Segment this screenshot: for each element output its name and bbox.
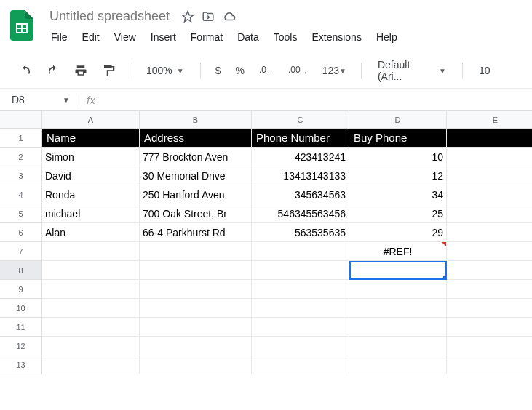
- menu-extensions[interactable]: Extensions: [306, 28, 367, 46]
- cell[interactable]: 563535635: [252, 223, 349, 242]
- row-header[interactable]: 6: [0, 223, 42, 242]
- row-header[interactable]: 8: [0, 261, 42, 280]
- star-icon[interactable]: [181, 10, 194, 23]
- menu-view[interactable]: View: [108, 28, 142, 46]
- cell[interactable]: 12: [349, 166, 447, 185]
- zoom-select[interactable]: 100%▼: [140, 65, 190, 76]
- cell[interactable]: [447, 204, 532, 223]
- row-header[interactable]: 5: [0, 204, 42, 223]
- cell[interactable]: [447, 337, 532, 355]
- sheets-logo[interactable]: [7, 6, 36, 45]
- cell[interactable]: [447, 299, 532, 318]
- paint-format-button[interactable]: [98, 61, 119, 80]
- print-button[interactable]: [70, 61, 92, 80]
- row-header[interactable]: 10: [0, 299, 42, 318]
- cell[interactable]: [447, 318, 532, 337]
- cell[interactable]: [252, 318, 349, 337]
- column-header[interactable]: D: [349, 111, 447, 129]
- row-header[interactable]: 3: [0, 166, 42, 185]
- cell[interactable]: [447, 148, 532, 166]
- fill-handle[interactable]: [443, 276, 447, 280]
- cell[interactable]: Name: [42, 129, 140, 148]
- move-folder-icon[interactable]: [202, 10, 215, 23]
- cell[interactable]: [349, 337, 447, 355]
- menu-help[interactable]: Help: [370, 28, 403, 46]
- cell[interactable]: Ronda: [42, 185, 140, 204]
- cell[interactable]: [42, 261, 140, 280]
- menu-data[interactable]: Data: [231, 28, 265, 46]
- cell[interactable]: 25: [349, 204, 447, 223]
- select-all-corner[interactable]: [0, 111, 42, 129]
- cell[interactable]: [42, 299, 140, 318]
- cell[interactable]: [140, 242, 252, 261]
- cell[interactable]: [349, 355, 447, 374]
- cell[interactable]: [349, 318, 447, 337]
- font-family-select[interactable]: Default (Ari...▼: [372, 59, 452, 82]
- cell[interactable]: [252, 242, 349, 261]
- row-header[interactable]: 2: [0, 148, 42, 166]
- cell[interactable]: [140, 280, 252, 299]
- cell[interactable]: [252, 299, 349, 318]
- row-header[interactable]: 12: [0, 337, 42, 355]
- cell[interactable]: [42, 242, 140, 261]
- cell[interactable]: [42, 280, 140, 299]
- cell[interactable]: [252, 280, 349, 299]
- cell[interactable]: 34: [349, 185, 447, 204]
- error-cell[interactable]: #REF!: [349, 242, 447, 261]
- menu-edit[interactable]: Edit: [76, 28, 106, 46]
- undo-button[interactable]: [15, 61, 36, 80]
- cell[interactable]: 13413143133: [252, 166, 349, 185]
- cell[interactable]: michael: [42, 204, 140, 223]
- cell[interactable]: 10: [349, 148, 447, 166]
- cell[interactable]: Address: [140, 129, 252, 148]
- cell[interactable]: [349, 299, 447, 318]
- cell[interactable]: [252, 355, 349, 374]
- cell[interactable]: [140, 299, 252, 318]
- cell[interactable]: [447, 223, 532, 242]
- cell[interactable]: [42, 355, 140, 374]
- row-header[interactable]: 1: [0, 129, 42, 148]
- cell[interactable]: 345634563: [252, 185, 349, 204]
- cell[interactable]: Buy Phone: [349, 129, 447, 148]
- menu-tools[interactable]: Tools: [268, 28, 303, 46]
- percent-button[interactable]: %: [231, 62, 249, 79]
- cell[interactable]: [42, 318, 140, 337]
- row-header[interactable]: 7: [0, 242, 42, 261]
- increase-decimal-button[interactable]: .00→: [284, 62, 312, 79]
- document-title[interactable]: Untitled spreadsheet: [45, 7, 174, 25]
- row-header[interactable]: 11: [0, 318, 42, 337]
- cell[interactable]: [447, 355, 532, 374]
- cloud-status-icon[interactable]: [222, 10, 237, 23]
- cell[interactable]: David: [42, 166, 140, 185]
- column-header[interactable]: A: [42, 111, 140, 129]
- currency-button[interactable]: $: [211, 62, 226, 79]
- row-header[interactable]: 4: [0, 185, 42, 204]
- cell[interactable]: [447, 242, 532, 261]
- decrease-decimal-button[interactable]: .0←: [255, 62, 278, 79]
- menu-format[interactable]: Format: [185, 28, 229, 46]
- cell[interactable]: [447, 280, 532, 299]
- cell[interactable]: [447, 129, 532, 148]
- cell[interactable]: Simon: [42, 148, 140, 166]
- column-header[interactable]: C: [252, 111, 349, 129]
- cell[interactable]: 546345563456: [252, 204, 349, 223]
- cell[interactable]: 777 Brockton Aven: [140, 148, 252, 166]
- menu-insert[interactable]: Insert: [145, 28, 182, 46]
- cell[interactable]: 250 Hartford Aven: [140, 185, 252, 204]
- redo-button[interactable]: [42, 61, 64, 80]
- cell[interactable]: 30 Memorial Drive: [140, 166, 252, 185]
- number-format-button[interactable]: 123 ▼: [318, 62, 351, 79]
- formula-bar[interactable]: [103, 92, 532, 108]
- cell[interactable]: [447, 261, 532, 280]
- cell[interactable]: 423413241: [252, 148, 349, 166]
- name-box[interactable]: D8▼: [7, 92, 74, 107]
- cell[interactable]: [252, 261, 349, 280]
- cell[interactable]: [252, 337, 349, 355]
- cell[interactable]: [349, 280, 447, 299]
- menu-file[interactable]: File: [45, 28, 74, 46]
- cell[interactable]: [140, 261, 252, 280]
- cell[interactable]: [42, 337, 140, 355]
- cell[interactable]: [140, 337, 252, 355]
- row-header[interactable]: 13: [0, 355, 42, 374]
- cell[interactable]: 66-4 Parkhurst Rd: [140, 223, 252, 242]
